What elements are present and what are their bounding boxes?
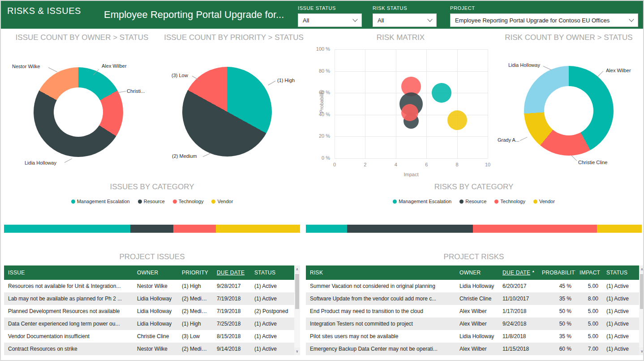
table-cell: (2) Medium — [178, 292, 213, 305]
table-cell: 8/15/2018 — [213, 330, 250, 343]
table-cell: Christie Cline — [455, 292, 498, 305]
legend-label: Management Escalation — [399, 199, 451, 204]
chart-risk-count-by-owner: RISK COUNT BY OWNER > STATUS Lidia Hollo… — [496, 31, 642, 182]
legend-label: Technology — [500, 199, 525, 204]
table-cell: 35 % — [538, 330, 575, 343]
table-cell: Data Center experienced long term power … — [4, 318, 133, 330]
table-row[interactable]: Integration Testers not committed to pro… — [306, 318, 639, 330]
table-cell: 7/19/2018 — [213, 305, 250, 318]
risk-bubble[interactable] — [401, 104, 418, 121]
issues-table-scrollbar[interactable]: ∧ ∨ — [294, 265, 300, 355]
scrollbar-thumb[interactable] — [640, 274, 644, 309]
table-cell: Vendor Documentation insufficient — [4, 330, 133, 343]
risks-by-category-title: RISKS BY CATEGORY — [306, 183, 642, 191]
table-row[interactable]: Emergency Backup Data Center may not be … — [306, 343, 639, 355]
table-cell: 60 % — [538, 343, 575, 355]
legend-item[interactable]: Vendor — [211, 199, 233, 204]
risks-by-owner-donut[interactable] — [524, 66, 614, 156]
chart-title: ISSUE COUNT BY PRIORITY > STATUS — [160, 33, 308, 42]
y-tick-label: 20 % — [309, 133, 330, 139]
bar-segment[interactable] — [4, 225, 130, 233]
table-row[interactable]: Contract Resources on strikeNestor Wilke… — [4, 343, 294, 355]
legend-item[interactable]: Technology — [494, 199, 525, 204]
x-axis-title: Impact — [335, 172, 488, 177]
gridline — [335, 136, 488, 137]
chevron-down-icon — [629, 17, 634, 22]
column-header[interactable]: ISSUE — [4, 265, 133, 280]
table-row[interactable]: Resources not available for Unit & Integ… — [4, 280, 294, 292]
column-header[interactable]: STATUS — [602, 265, 639, 280]
bar-segment[interactable] — [347, 225, 473, 233]
label-leader-line — [543, 66, 552, 70]
column-header[interactable]: DUE DATE▲ — [498, 265, 538, 280]
risks-table-scrollbar[interactable]: ∧ ∨ — [639, 265, 644, 355]
risk-bubble[interactable] — [432, 83, 451, 103]
table-row[interactable]: Vendor Documentation insufficientChristi… — [4, 330, 294, 343]
label-leader-line — [64, 158, 72, 163]
column-header[interactable]: OWNER — [133, 265, 178, 280]
legend-item[interactable]: Management Escalation — [393, 199, 451, 204]
table-row[interactable]: Pilot sites users may not be availableLi… — [306, 330, 639, 343]
table-cell: Lidia Holloway — [455, 280, 498, 292]
table-cell: (2) Postponed — [250, 305, 294, 318]
issues-by-category-title: ISSUES BY CATEGORY — [4, 183, 300, 191]
bar-segment[interactable] — [306, 225, 347, 233]
risk-status-dropdown[interactable]: All — [373, 13, 437, 27]
table-cell: Lidia Holloway — [133, 305, 178, 318]
table-cell: (1) Active — [602, 343, 639, 355]
chart-issue-count-by-priority: ISSUE COUNT BY PRIORITY > STATUS (3) Low… — [160, 31, 308, 182]
table-cell: (1) Active — [250, 292, 294, 305]
column-header[interactable]: PROBABILITY — [538, 265, 575, 280]
legend-item[interactable]: Resource — [459, 199, 486, 204]
column-header[interactable]: OWNER — [455, 265, 498, 280]
issues-by-priority-pie[interactable] — [182, 67, 272, 157]
scrollbar-thumb[interactable] — [295, 274, 299, 309]
column-header[interactable]: STATUS — [250, 265, 294, 280]
bar-segment[interactable] — [130, 225, 173, 233]
legend-dot-icon — [71, 200, 75, 204]
table-row[interactable]: Summer Vacation not considered in origin… — [306, 280, 639, 292]
table-cell: 11/8/2018 — [498, 330, 538, 343]
legend-label: Vendor — [539, 199, 555, 204]
y-tick-label: 40 % — [309, 112, 330, 117]
legend-item[interactable]: Management Escalation — [71, 199, 130, 204]
scroll-down-icon[interactable]: ∨ — [294, 348, 300, 355]
table-cell: 35 % — [538, 292, 575, 305]
table-row[interactable]: Lab may not be available as planned for … — [4, 292, 294, 305]
bar-segment[interactable] — [473, 225, 597, 233]
x-tick-label: 6 — [420, 162, 433, 167]
bar-segment[interactable] — [216, 225, 300, 233]
legend-label: Resource — [144, 199, 165, 204]
scroll-up-icon[interactable]: ∧ — [294, 265, 300, 273]
legend-item[interactable]: Vendor — [533, 199, 555, 204]
issue-status-dropdown[interactable]: All — [298, 13, 362, 27]
scroll-down-icon[interactable]: ∨ — [639, 348, 644, 355]
report-title: RISKS & ISSUES — [7, 6, 81, 16]
chart-issue-count-by-owner: ISSUE COUNT BY OWNER > STATUS Nestor Wil… — [4, 31, 160, 182]
column-header[interactable]: RISK — [306, 265, 455, 280]
legend-dot-icon — [138, 200, 142, 204]
project-dropdown[interactable]: Employee Reporting Portal Upgrade for Co… — [450, 13, 638, 27]
table-row[interactable]: Data Center experienced long term power … — [4, 318, 294, 330]
bar-segment[interactable] — [173, 225, 216, 233]
table-cell: Emergency Backup Data Center may not be … — [306, 343, 455, 355]
issues-by-owner-donut[interactable] — [34, 67, 123, 157]
column-header[interactable]: DUE DATE — [213, 265, 250, 280]
table-row[interactable]: End Product may need to transition to th… — [306, 305, 639, 318]
risk-bubble[interactable] — [447, 110, 467, 130]
column-header[interactable]: IMPACT — [575, 265, 602, 280]
legend-item[interactable]: Resource — [138, 199, 165, 204]
scroll-up-icon[interactable]: ∧ — [639, 265, 644, 273]
table-cell: 9/24/2018 — [498, 318, 538, 330]
table-row[interactable]: Planned Development Resources not availa… — [4, 305, 294, 318]
legend-label: Resource — [465, 199, 486, 204]
y-tick-label: 80 % — [309, 68, 330, 74]
chart-risk-matrix: RISK MATRIX Probability 02468100 %20 %40… — [308, 31, 494, 184]
column-header[interactable]: PRIORITY — [178, 265, 213, 280]
bar-segment[interactable] — [597, 225, 642, 233]
legend-item[interactable]: Technology — [173, 199, 204, 204]
label-leader-line — [571, 155, 577, 161]
chart-title: ISSUE COUNT BY OWNER > STATUS — [4, 33, 160, 42]
table-cell: 6/20/2017 — [498, 280, 538, 292]
table-row[interactable]: Software Update from the vendor could ad… — [306, 292, 639, 305]
